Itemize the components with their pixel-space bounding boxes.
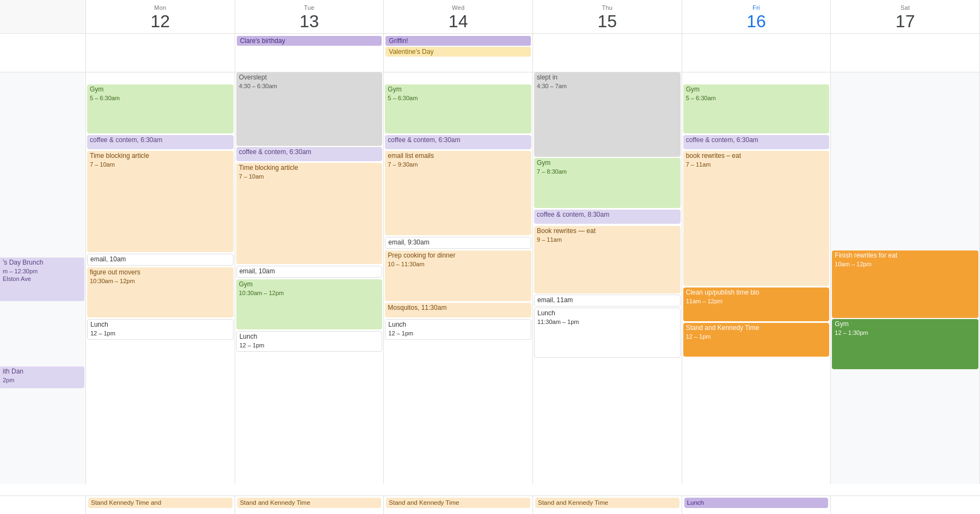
allday-mon <box>86 34 235 72</box>
bottom-mon: Stand Kennedy Time and <box>86 496 235 514</box>
bottom-wed: Stand and Kennedy Time <box>384 496 533 514</box>
event-emaillist-wed[interactable]: email list emails 7 – 9:30am <box>385 151 531 235</box>
allday-wed: Griffin! Valentine's Day <box>384 34 533 72</box>
bottom-fri: Lunch <box>682 496 831 514</box>
event-finishrewrites-sat[interactable]: Finish rewrites for eat 10am – 12pm <box>832 250 978 318</box>
bottom-strip: Stand Kennedy Time and Stand and Kennedy… <box>0 495 980 514</box>
event-coffee-wed[interactable]: coffee & contem, 6:30am <box>385 135 531 149</box>
col-mon: Gym 5 – 6:30am coffee & contem, 6:30am T… <box>86 72 235 484</box>
event-gym-sat[interactable]: Gym 12 – 1:30pm <box>832 319 978 369</box>
col-partial: 's Day Brunch m – 12:30pm Elston Ave ith… <box>0 72 86 484</box>
event-gym-mon[interactable]: Gym 5 – 6:30am <box>87 84 234 133</box>
event-coffee-mon[interactable]: coffee & contem, 6:30am <box>87 135 234 149</box>
calendar-header: Mon 12 Tue 13 Wed 14 Thu 15 Fri 16 Sat 1… <box>0 0 980 34</box>
bottom-tue: Stand and Kennedy Time <box>235 496 384 514</box>
event-sleptin-thu[interactable]: slept in 4:30 – 7am <box>534 72 681 157</box>
event-lunch-tue[interactable]: Lunch 12 – 1pm <box>236 331 383 352</box>
grid-area: 's Day Brunch m – 12:30pm Elston Ave ith… <box>0 72 980 484</box>
bottom-event-lunch-fri[interactable]: Lunch <box>684 498 829 508</box>
event-cleanup-fri[interactable]: Clean up/publish time blo 11am – 12pm <box>683 287 830 321</box>
col-wed: Gym 5 – 6:30am coffee & contem, 6:30am e… <box>384 72 533 484</box>
event-coffee-fri[interactable]: coffee & contem, 6:30am <box>683 135 830 149</box>
event-mosquitos-wed[interactable]: Mosquitos, 11:30am <box>385 303 531 317</box>
event-valentines-brunch[interactable]: 's Day Brunch m – 12:30pm Elston Ave <box>0 258 84 301</box>
event-email-mon[interactable]: email, 10am <box>87 254 234 266</box>
allday-sat <box>831 34 980 72</box>
event-lunch-mon[interactable]: Lunch 12 – 1pm <box>87 319 234 340</box>
col-sat: Finish rewrites for eat 10am – 12pm Gym … <box>831 72 980 484</box>
event-stand-kennedy-fri[interactable]: Stand and Kennedy Time 12 – 1pm <box>683 323 830 357</box>
event-bookrewrites-thu[interactable]: Book rewrites — eat 9 – 11am <box>534 226 681 293</box>
header-mon: Mon 12 <box>86 0 235 33</box>
col-tue: Overslept 4:30 – 6:30am coffee & contem,… <box>235 72 384 484</box>
allday-event-clares-birthday[interactable]: Clare's birthday <box>237 36 382 46</box>
header-empty <box>0 0 86 33</box>
event-gym-thu[interactable]: Gym 7 – 8:30am <box>534 158 681 208</box>
event-email-930-wed[interactable]: email, 9:30am <box>385 237 531 249</box>
header-sat: Sat 17 <box>831 0 980 33</box>
allday-row: Clare's birthday Griffin! Valentine's Da… <box>0 34 980 72</box>
bottom-event-stand-tue[interactable]: Stand and Kennedy Time <box>237 498 382 508</box>
bottom-event-stand-wed[interactable]: Stand and Kennedy Time <box>386 498 530 508</box>
event-movers-mon[interactable]: figure out movers 10:30am – 12pm <box>87 267 234 317</box>
bottom-sat <box>831 496 980 514</box>
event-lunch-wed[interactable]: Lunch 12 – 1pm <box>385 319 531 340</box>
bottom-event-stand-thu[interactable]: Stand and Kennedy Time <box>535 498 679 508</box>
col-thu: slept in 4:30 – 7am Gym 7 – 8:30am coffe… <box>533 72 682 484</box>
bottom-thu: Stand and Kennedy Time <box>533 496 682 514</box>
event-prepcooking-wed[interactable]: Prep cooking for dinner 10 – 11:30am <box>385 250 531 301</box>
allday-fri <box>682 34 831 72</box>
event-overslept-tue[interactable]: Overslept 4:30 – 6:30am <box>236 72 383 146</box>
allday-tue: Clare's birthday <box>235 34 384 72</box>
event-bookrewrites-fri[interactable]: book rewrites – eat 7 – 11am <box>683 151 830 286</box>
allday-empty <box>0 34 86 72</box>
header-wed: Wed 14 <box>384 0 533 33</box>
bottom-empty <box>0 496 86 514</box>
header-fri: Fri 16 <box>682 0 831 33</box>
event-gym-fri[interactable]: Gym 5 – 6:30am <box>683 84 830 133</box>
col-fri: Gym 5 – 6:30am coffee & contem, 6:30am b… <box>682 72 831 484</box>
event-gym-wed[interactable]: Gym 5 – 6:30am <box>385 84 531 133</box>
header-thu: Thu 15 <box>533 0 682 33</box>
event-timeblocking-mon[interactable]: Time blocking article 7 – 10am <box>87 151 234 252</box>
event-coffee-tue[interactable]: coffee & contem, 6:30am <box>236 147 383 161</box>
event-email-tue[interactable]: email, 10am <box>236 266 383 278</box>
event-timeblocking-tue[interactable]: Time blocking article 7 – 10am <box>236 163 383 264</box>
event-gym-tue[interactable]: Gym 10:30am – 12pm <box>236 279 383 329</box>
header-tue: Tue 13 <box>235 0 384 33</box>
allday-event-griffin[interactable]: Griffin! <box>385 36 531 46</box>
event-meet-dan-partial[interactable]: ith Dan 2pm <box>0 366 84 388</box>
event-coffee-thu[interactable]: coffee & contem, 8:30am <box>534 210 681 224</box>
calendar-container: Mon 12 Tue 13 Wed 14 Thu 15 Fri 16 Sat 1… <box>0 0 980 514</box>
allday-event-valentines[interactable]: Valentine's Day <box>385 47 531 57</box>
bottom-event-stand-mon[interactable]: Stand Kennedy Time and <box>88 498 232 508</box>
event-email-thu[interactable]: email, 11am <box>534 295 681 307</box>
allday-thu <box>533 34 682 72</box>
event-lunch-thu[interactable]: Lunch 11:30am – 1pm <box>534 308 681 358</box>
